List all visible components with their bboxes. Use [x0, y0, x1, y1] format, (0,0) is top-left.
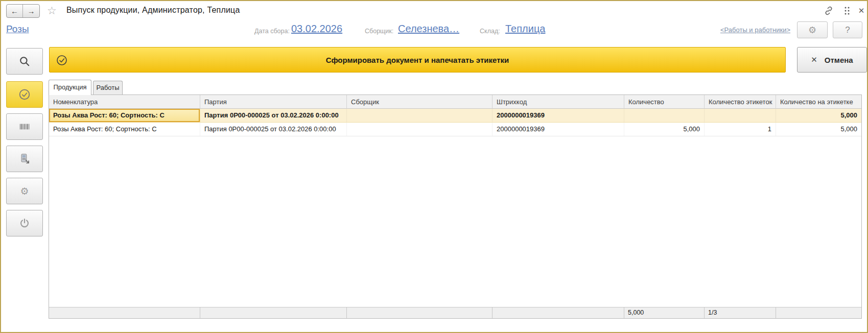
table-row[interactable]: Розы Аква Рост: 60; Сортность: С Партия …	[49, 123, 861, 136]
cell-quantity[interactable]	[624, 109, 705, 122]
cell-labels-count[interactable]	[705, 109, 776, 122]
back-icon: ←	[11, 7, 18, 15]
cell-nomenclature[interactable]: Розы Аква Рост: 60; Сортность: С	[49, 109, 200, 122]
forward-icon: →	[28, 7, 35, 15]
col-collector[interactable]: Сборщик	[347, 95, 492, 109]
cancel-button[interactable]: ✕ Отмена	[797, 47, 867, 73]
footer-nomenclature	[49, 307, 200, 318]
sidebar-barcode-button[interactable]	[6, 113, 43, 140]
footer-barcode	[492, 307, 624, 318]
cancel-button-label: Отмена	[825, 56, 853, 64]
cell-qty-per-label[interactable]: 5,000	[776, 123, 861, 136]
forward-button[interactable]: →	[23, 5, 39, 17]
collector-label: Сборщик:	[365, 28, 393, 35]
footer-quantity-total: 5,000	[624, 307, 705, 318]
products-table: Номенклатура Партия Сборщик Штрихкод Кол…	[49, 94, 862, 319]
cell-qty-per-label[interactable]: 5,000	[776, 109, 861, 122]
table-header-row: Номенклатура Партия Сборщик Штрихкод Кол…	[49, 95, 861, 109]
warehouse-label: Склад:	[480, 28, 500, 35]
check-circle-icon	[18, 88, 31, 101]
title-bar: ← → ☆ Выпуск продукции, Администратор, Т…	[1, 1, 867, 20]
col-labels-count[interactable]: Количество этикеток	[705, 95, 776, 109]
col-nomenclature[interactable]: Номенклатура	[49, 95, 200, 109]
breadcrumb-link[interactable]: Розы	[6, 23, 29, 35]
tab-products[interactable]: Продукция	[49, 80, 91, 95]
cancel-x-icon: ✕	[811, 55, 817, 64]
cell-quantity[interactable]: 5,000	[624, 123, 705, 136]
search-icon	[18, 55, 31, 68]
collector-field[interactable]: Селезнева…	[398, 23, 459, 35]
power-icon	[18, 217, 31, 229]
sidebar-terminal-button[interactable]	[6, 146, 43, 172]
data-terminal-icon	[18, 152, 31, 165]
cell-batch[interactable]: Партия 0Р00-000025 от 03.02.2026 0:00:00	[200, 109, 347, 122]
question-icon: ?	[845, 25, 850, 35]
help-button[interactable]: ?	[833, 21, 862, 38]
settings-button[interactable]: ⚙	[797, 21, 828, 38]
collect-date-label: Дата сбора:	[254, 28, 290, 35]
cell-collector[interactable]	[347, 123, 492, 136]
collect-date-field[interactable]: 03.02.2026	[291, 23, 342, 35]
table-footer-row: 5,000 1/3	[49, 307, 861, 318]
cell-labels-count[interactable]: 1	[705, 123, 776, 136]
generate-button-label: Сформировать документ и напечатать этике…	[326, 56, 509, 64]
barcode-icon	[18, 120, 31, 133]
app-window: { "window": { "title": "Выпуск продукции…	[0, 0, 868, 333]
works-and-workers-link[interactable]: <Работы и работники>	[720, 26, 790, 34]
page-title: Выпуск продукции, Администратор, Теплица	[66, 6, 240, 15]
col-batch[interactable]: Партия	[200, 95, 347, 109]
warehouse-field[interactable]: Теплица	[505, 23, 545, 35]
sidebar-search-button[interactable]	[6, 48, 43, 75]
get-link-icon[interactable]	[823, 5, 835, 16]
check-circle-icon	[56, 54, 68, 66]
cell-batch[interactable]: Партия 0Р00-000025 от 03.02.2026 0:00:00	[200, 123, 347, 136]
gear-icon: ⚙	[808, 25, 816, 36]
history-nav: ← →	[6, 4, 40, 18]
more-menu-icon[interactable]	[841, 5, 853, 16]
cell-nomenclature[interactable]: Розы Аква Рост: 60; Сортность: С	[49, 123, 200, 136]
footer-collector	[347, 307, 492, 318]
footer-labels-total: 1/3	[705, 307, 776, 318]
col-barcode[interactable]: Штрихкод	[492, 95, 624, 109]
sidebar-confirm-button[interactable]	[6, 81, 43, 108]
sidebar-settings-button[interactable]: ⚙	[6, 178, 43, 204]
tab-works[interactable]: Работы	[93, 81, 123, 95]
footer-batch	[200, 307, 347, 318]
col-quantity[interactable]: Количество	[624, 95, 705, 109]
gear-icon: ⚙	[20, 185, 29, 197]
generate-document-button[interactable]: Сформировать документ и напечатать этике…	[49, 47, 786, 73]
favorite-star-icon[interactable]: ☆	[47, 4, 57, 17]
cell-barcode[interactable]: 2000000019369	[492, 123, 624, 136]
sidebar-power-button[interactable]	[6, 210, 43, 236]
footer-qty-per-label	[776, 307, 861, 318]
cell-collector[interactable]	[347, 109, 492, 122]
col-qty-per-label[interactable]: Количество на этикетке	[776, 95, 861, 109]
close-icon[interactable]: ✕	[855, 5, 867, 16]
table-row[interactable]: Розы Аква Рост: 60; Сортность: С Партия …	[49, 109, 861, 123]
cell-barcode[interactable]: 2000000019369	[492, 109, 624, 122]
back-button[interactable]: ←	[7, 5, 23, 17]
